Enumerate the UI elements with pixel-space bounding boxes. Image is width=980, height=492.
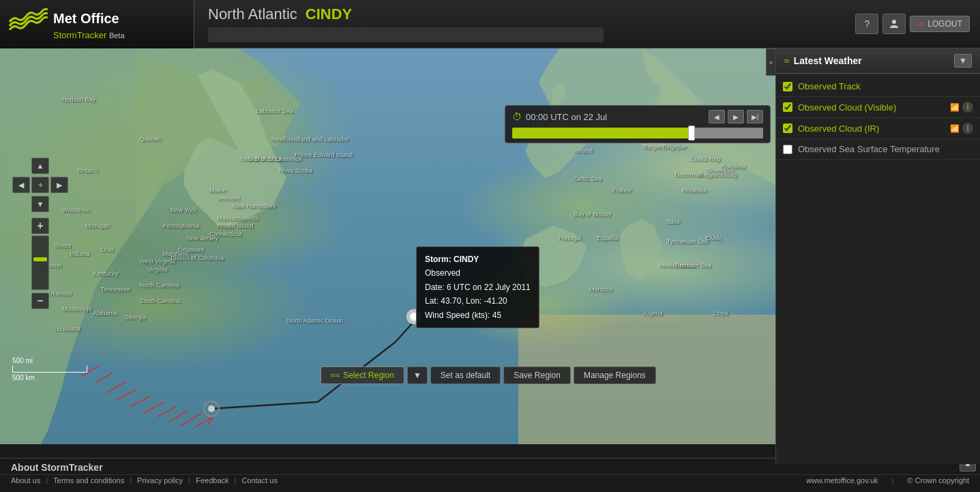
select-region-label: Select Region (343, 371, 394, 380)
timeline-play-button[interactable]: ▶ (728, 110, 744, 124)
footer-link-contact[interactable]: Contact us (241, 476, 278, 484)
storm-name: CINDY (306, 5, 352, 23)
storm-tooltip: Storm: CINDY Observed Date: 6 UTC on 22 … (416, 246, 539, 328)
stormtracker-label: StormTracker Beta (53, 30, 185, 40)
storm-basin: North Atlantic (208, 5, 297, 23)
footer-copyright: © Crown copyright (907, 476, 969, 484)
footer-link-terms[interactable]: Terms and conditions (53, 476, 124, 484)
region-waves-icon: ≈≈ (331, 371, 340, 380)
sidebar-item-observed-track: Observed Track (776, 76, 980, 97)
manage-regions-button[interactable]: Manage Regions (574, 366, 656, 384)
scale-km: 500 km (12, 374, 87, 381)
pan-group: ◀ ✛ ▶ (12, 177, 68, 193)
user-icon (889, 18, 900, 29)
observed-cloud-visible-checkbox[interactable] (783, 102, 792, 112)
storm-name-row: North Atlantic CINDY (208, 5, 831, 23)
set-default-button[interactable]: Set as default (430, 366, 501, 384)
observed-track-label[interactable]: Observed Track (798, 81, 973, 91)
pan-up-button[interactable]: ▲ (31, 158, 49, 174)
footer-divider-4: | (235, 476, 237, 484)
signal-icon: 📶 (950, 103, 960, 112)
right-sidebar: ≈ Latest Weather ▼ Observed Track Observ… (775, 48, 980, 464)
header: Met Office StormTracker Beta North Atlan… (0, 0, 980, 48)
clock-text: 00:00 UTC on 22 Jul (526, 112, 607, 122)
scale-bar: 500 mi 500 km (12, 357, 87, 381)
footer-divider-1: | (46, 476, 48, 484)
sidebar-item-observed-cloud-visible: Observed Cloud (Visible) 📶 i (776, 97, 980, 118)
observed-cloud-visible-label[interactable]: Observed Cloud (Visible) (798, 102, 945, 113)
footer-url: www.metoffice.gov.uk (806, 476, 878, 484)
met-office-logo-waves (8, 8, 48, 30)
user-button[interactable] (882, 14, 906, 34)
tooltip-line5: Wind Speed (kts): 45 (425, 308, 531, 322)
sidebar-items: Observed Track Observed Cloud (Visible) … (776, 74, 980, 162)
timeline-next-button[interactable]: ▶| (747, 110, 763, 124)
close-icon: ✕ (917, 19, 924, 29)
timeline-time: ⏱ 00:00 UTC on 22 Jul ◀ ▶ ▶| (512, 110, 763, 124)
observed-cloud-ir-checkbox[interactable] (783, 124, 792, 133)
timeline-controls: ◀ ▶ ▶| (709, 110, 763, 124)
tooltip-line3: Date: 6 UTC on 22 July 2011 (425, 280, 531, 294)
sidebar-item-icons-2: 📶 i (950, 123, 973, 134)
logo-area: Met Office StormTracker Beta (0, 0, 194, 48)
observed-sst-checkbox[interactable] (783, 145, 792, 154)
tooltip-line1: Storm: CINDY (425, 252, 531, 266)
timeline-prev-button[interactable]: ◀ (709, 110, 725, 124)
sidebar-item-icons: 📶 i (950, 102, 973, 113)
pan-right-button[interactable]: ▶ (50, 177, 68, 193)
map-controls: ▲ ◀ ✛ ▶ ▼ + − (12, 158, 68, 309)
sidebar-waves-icon: ≈ (784, 55, 790, 66)
scale-line (12, 366, 87, 373)
timeline-slider[interactable] (512, 128, 763, 139)
footer-links: About us | Terms and conditions | Privac… (0, 474, 980, 486)
observed-track-checkbox[interactable] (783, 82, 792, 91)
timeline-bar: ⏱ 00:00 UTC on 22 Jul ◀ ▶ ▶| (505, 105, 771, 143)
sidebar-item-observed-sst: Observed Sea Surface Temperature (776, 139, 980, 160)
storm-title-bar: North Atlantic CINDY (194, 0, 845, 48)
observed-cloud-ir-label[interactable]: Observed Cloud (IR) (798, 124, 945, 134)
timeline-thumb[interactable] (688, 126, 695, 141)
footer-link-about[interactable]: About us (11, 476, 40, 484)
pan-center-button[interactable]: ✛ (31, 177, 49, 193)
footer-link-feedback[interactable]: Feedback (196, 476, 228, 484)
logo-image: Met Office (8, 8, 185, 30)
storm-subtitle-bar (208, 27, 604, 42)
timeline-clock: ⏱ 00:00 UTC on 22 Jul (512, 111, 607, 122)
info-icon-2[interactable]: i (962, 123, 973, 134)
pan-down-button[interactable]: ▼ (31, 196, 49, 212)
sidebar-dropdown-button[interactable]: ▼ (954, 54, 972, 68)
help-button[interactable]: ? (855, 14, 878, 34)
sidebar-item-observed-cloud-ir: Observed Cloud (IR) 📶 i (776, 118, 980, 139)
footer-divider-3: | (188, 476, 190, 484)
signal-icon-2: 📶 (950, 124, 960, 133)
tooltip-line2: Observed (425, 266, 531, 280)
sidebar-title: ≈ Latest Weather (784, 55, 862, 66)
sidebar-title-text: Latest Weather (794, 55, 862, 66)
region-controls: ≈≈ Select Region ▼ Set as default Save R… (321, 366, 656, 384)
footer-divider-2: | (130, 476, 132, 484)
observed-sst-label[interactable]: Observed Sea Surface Temperature (798, 144, 973, 154)
zoom-track[interactable] (31, 235, 49, 290)
sidebar-collapse-handle[interactable]: « (766, 48, 775, 76)
select-region-dropdown-button[interactable]: ▼ (407, 366, 428, 384)
svg-point-0 (892, 20, 896, 24)
logout-button[interactable]: ✕ LOGOUT (910, 16, 970, 32)
footer-divider-5: | (892, 476, 894, 484)
save-region-button[interactable]: Save Region (503, 366, 571, 384)
zoom-in-button[interactable]: + (31, 218, 49, 234)
tooltip-line4: Lat: 43.70, Lon: -41.20 (425, 294, 531, 308)
select-region-button[interactable]: ≈≈ Select Region (321, 366, 404, 384)
info-icon[interactable]: i (962, 102, 973, 113)
scale-miles: 500 mi (12, 357, 87, 364)
clock-icon: ⏱ (512, 111, 522, 122)
map-container[interactable]: Hudson BayOntarioQuébecLabrador SeaNewfo… (0, 48, 775, 444)
zoom-out-button[interactable]: − (31, 293, 49, 309)
logo-text: Met Office (53, 11, 119, 27)
pan-left-button[interactable]: ◀ (12, 177, 30, 193)
footer-right: www.metoffice.gov.uk | © Crown copyright (806, 476, 969, 484)
header-buttons: ? ✕ LOGOUT (845, 14, 980, 34)
sidebar-header: ≈ Latest Weather ▼ (776, 48, 980, 74)
zoom-thumb[interactable] (33, 257, 47, 261)
footer-link-privacy[interactable]: Privacy policy (137, 476, 183, 484)
